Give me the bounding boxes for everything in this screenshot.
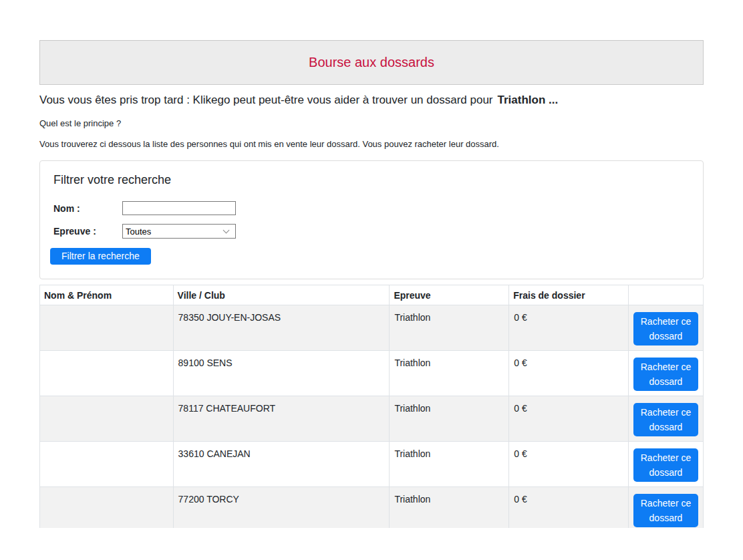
- header-fee: Frais de dossier: [509, 285, 629, 305]
- buy-bib-button[interactable]: Racheter ce dossard: [633, 358, 698, 391]
- page-title: Bourse aux dossards: [309, 55, 434, 70]
- cell-city-club: 33610 CANEJAN: [173, 442, 390, 487]
- buy-bib-button[interactable]: Racheter ce dossard: [633, 448, 698, 482]
- event-select[interactable]: Toutes: [122, 224, 236, 239]
- table-row: 78350 JOUY-EN-JOSAS Triathlon 0 € Rachet…: [40, 305, 704, 351]
- filter-panel: Filtrer votre recherche Nom : Epreuve : …: [39, 160, 704, 279]
- cell-city-club: 78350 JOUY-EN-JOSAS: [173, 305, 390, 351]
- cell-action: Racheter ce dossard: [628, 487, 703, 529]
- cell-name: [40, 305, 174, 351]
- filter-title: Filtrer votre recherche: [53, 173, 690, 187]
- name-label: Nom :: [53, 203, 122, 214]
- table-row: 77200 TORCY Triathlon 0 € Racheter ce do…: [40, 487, 704, 529]
- intro-event-highlight: Triathlon ...: [498, 94, 559, 106]
- cell-name: [40, 442, 174, 487]
- cell-city-club: 77200 TORCY: [173, 487, 390, 529]
- cell-fee: 0 €: [509, 305, 629, 351]
- table-row: 78117 CHATEAUFORT Triathlon 0 € Racheter…: [40, 396, 704, 442]
- cell-name: [40, 351, 174, 396]
- results-table-wrap: Nom & Prénom Ville / Club Epreuve Frais …: [39, 285, 704, 528]
- name-filter-row: Nom :: [53, 201, 690, 215]
- cell-fee: 0 €: [509, 442, 629, 487]
- event-label: Epreuve :: [53, 226, 122, 237]
- header-event: Epreuve: [390, 285, 509, 305]
- table-row: 33610 CANEJAN Triathlon 0 € Racheter ce …: [40, 442, 704, 487]
- buy-bib-button[interactable]: Racheter ce dossard: [633, 312, 698, 345]
- header-city-club: Ville / Club: [173, 285, 390, 305]
- cell-event: Triathlon: [390, 487, 509, 529]
- principle-question: Quel est le principe ?: [39, 118, 704, 128]
- header-name: Nom & Prénom: [40, 285, 174, 305]
- table-head: Nom & Prénom Ville / Club Epreuve Frais …: [40, 285, 704, 305]
- cell-event: Triathlon: [390, 351, 509, 396]
- banner: Bourse aux dossards: [39, 40, 704, 85]
- cell-fee: 0 €: [509, 487, 629, 529]
- cell-action: Racheter ce dossard: [628, 305, 703, 351]
- header-action: [628, 285, 703, 305]
- cell-action: Racheter ce dossard: [628, 351, 703, 396]
- cell-city-club: 78117 CHATEAUFORT: [173, 396, 390, 442]
- cell-event: Triathlon: [390, 442, 509, 487]
- intro-description: Vous trouverez ci dessous la liste des p…: [39, 139, 704, 149]
- intro-text: Vous vous êtes pris trop tard : Klikego …: [39, 94, 493, 106]
- event-select-wrap: Toutes: [122, 224, 236, 239]
- intro-line: Vous vous êtes pris trop tard : Klikego …: [39, 94, 704, 107]
- name-input[interactable]: [122, 201, 236, 215]
- cell-name: [40, 396, 174, 442]
- buy-bib-button[interactable]: Racheter ce dossard: [633, 403, 698, 436]
- buy-bib-button[interactable]: Racheter ce dossard: [633, 494, 698, 527]
- cell-event: Triathlon: [390, 396, 509, 442]
- table-row: 89100 SENS Triathlon 0 € Racheter ce dos…: [40, 351, 704, 396]
- cell-action: Racheter ce dossard: [628, 442, 703, 487]
- page: Bourse aux dossards Vous vous êtes pris …: [39, 40, 704, 528]
- filter-submit-button[interactable]: Filtrer la recherche: [50, 248, 151, 265]
- cell-name: [40, 487, 174, 529]
- cell-event: Triathlon: [390, 305, 509, 351]
- event-filter-row: Epreuve : Toutes: [53, 224, 690, 239]
- cell-fee: 0 €: [509, 396, 629, 442]
- cell-fee: 0 €: [509, 351, 629, 396]
- table-header-row: Nom & Prénom Ville / Club Epreuve Frais …: [40, 285, 704, 305]
- results-table: Nom & Prénom Ville / Club Epreuve Frais …: [39, 285, 704, 528]
- cell-city-club: 89100 SENS: [173, 351, 390, 396]
- table-body: 78350 JOUY-EN-JOSAS Triathlon 0 € Rachet…: [40, 305, 704, 529]
- cell-action: Racheter ce dossard: [628, 396, 703, 442]
